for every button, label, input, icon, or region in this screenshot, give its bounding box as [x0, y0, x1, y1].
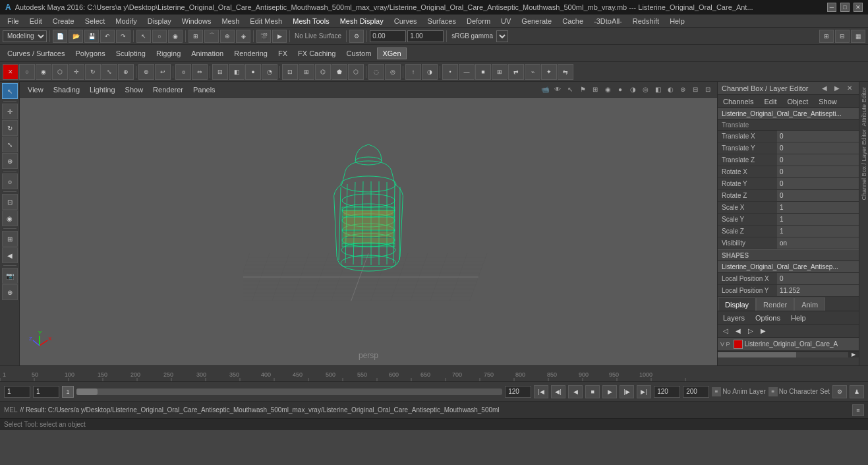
- channels-menu[interactable]: Channels: [720, 96, 756, 107]
- module-rigging[interactable]: Rigging: [152, 48, 185, 59]
- color-btn[interactable]: ◑: [422, 64, 438, 80]
- layer-icon-1[interactable]: ◁: [720, 326, 731, 336]
- vp-view-menu[interactable]: View: [24, 84, 47, 95]
- module-custom[interactable]: Custom: [342, 48, 376, 59]
- scale-y-value[interactable]: 1: [777, 214, 859, 225]
- universal-mode-button[interactable]: ⊕: [2, 153, 18, 169]
- display-tab[interactable]: Display: [718, 297, 756, 311]
- undo-button[interactable]: ↶: [100, 30, 115, 43]
- color-space-select[interactable]: ▼: [496, 30, 508, 42]
- vp-shading-menu[interactable]: Shading: [49, 84, 84, 95]
- menu-help[interactable]: Help: [665, 16, 689, 26]
- anim-tab[interactable]: Anim: [794, 297, 825, 311]
- vp-icon-select[interactable]: ↖: [565, 84, 575, 95]
- save-file-button[interactable]: 💾: [84, 30, 99, 43]
- rewind-button[interactable]: |◀: [534, 385, 548, 398]
- menu-curves[interactable]: Curves: [390, 16, 422, 26]
- poly-3[interactable]: ⌬: [315, 64, 331, 80]
- visibility-value[interactable]: on: [777, 237, 859, 249]
- prefs-button[interactable]: ⚙: [832, 385, 847, 398]
- view-button[interactable]: ▦: [851, 30, 865, 43]
- vp-icon-ao[interactable]: ◐: [665, 84, 676, 95]
- lasso-tool[interactable]: ◉: [36, 64, 51, 80]
- local-pos-y-value[interactable]: 11.252: [777, 285, 859, 296]
- translate-x-value[interactable]: 0: [777, 131, 859, 142]
- paint-select-l-button[interactable]: ◉: [2, 210, 18, 226]
- transfer-btn[interactable]: ⇄: [508, 64, 524, 80]
- object-menu[interactable]: Object: [784, 96, 811, 107]
- menu-deform[interactable]: Deform: [462, 16, 495, 26]
- translate-y-field[interactable]: [407, 30, 444, 42]
- poly-4[interactable]: ⬟: [332, 64, 347, 80]
- module-animation[interactable]: Animation: [187, 48, 228, 59]
- menu-create[interactable]: Create: [48, 16, 79, 26]
- axis-display-button[interactable]: ⊕: [2, 284, 18, 300]
- snap-grid-button[interactable]: ⊞: [188, 30, 203, 43]
- render-tab[interactable]: Render: [756, 297, 794, 311]
- rotate-mode-button[interactable]: ↻: [2, 120, 18, 136]
- minimize-button[interactable]: ─: [827, 3, 836, 12]
- universal-tool[interactable]: ⊕: [118, 64, 134, 80]
- grid-button[interactable]: ⊟: [835, 30, 850, 43]
- poly-5[interactable]: ⬡: [348, 64, 364, 80]
- move-mode-button[interactable]: ✛: [2, 104, 18, 119]
- vp-icon-grid[interactable]: ⊞: [590, 84, 600, 95]
- step-fwd-button[interactable]: |▶: [620, 385, 634, 398]
- menu-display[interactable]: Display: [143, 16, 176, 26]
- face-btn[interactable]: ■: [475, 64, 491, 80]
- last-tool[interactable]: ↩: [155, 64, 171, 80]
- material-btn[interactable]: ◔: [262, 64, 277, 80]
- snap-curve-button[interactable]: ⌒: [204, 30, 219, 43]
- isolate-btn[interactable]: ◎: [385, 64, 401, 80]
- paint-select-button[interactable]: ◉: [168, 30, 183, 43]
- translate-x-field[interactable]: [370, 30, 406, 42]
- stop-button[interactable]: ■: [585, 385, 600, 398]
- layer-item-name[interactable]: Listerine_Original_Oral_Care_A: [745, 340, 856, 348]
- open-file-button[interactable]: 📂: [69, 30, 83, 43]
- menu-edit-mesh[interactable]: Edit Mesh: [245, 16, 287, 26]
- menu-select[interactable]: Select: [80, 16, 110, 26]
- camera-view-button[interactable]: 📷: [2, 268, 18, 284]
- scale-tool[interactable]: ⤡: [101, 64, 117, 80]
- menu-uv[interactable]: UV: [496, 16, 515, 26]
- menu-cache[interactable]: Cache: [558, 16, 588, 26]
- smooth-btn[interactable]: ●: [245, 64, 261, 80]
- layers-menu[interactable]: Layers: [720, 313, 747, 323]
- snap-point-button[interactable]: ⊕: [220, 30, 235, 43]
- module-xgen[interactable]: XGen: [377, 47, 406, 59]
- symmetry[interactable]: ⇔: [192, 64, 208, 80]
- menu-redshift[interactable]: Redshift: [628, 16, 664, 26]
- workspace-select[interactable]: Modeling: [3, 30, 47, 42]
- select-mode-button[interactable]: ↖: [2, 83, 18, 99]
- move-tool[interactable]: ✛: [69, 64, 84, 80]
- maximize-button[interactable]: □: [840, 3, 850, 12]
- wireframe-btn[interactable]: ⊟: [212, 64, 228, 80]
- help-menu[interactable]: Help: [788, 313, 809, 323]
- start-frame-field[interactable]: [4, 386, 30, 398]
- local-pos-x-value[interactable]: 0: [777, 273, 859, 284]
- layer-color-swatch[interactable]: [734, 340, 743, 349]
- translate-y-value[interactable]: 0: [777, 142, 859, 154]
- rotate-y-value[interactable]: 0: [777, 178, 859, 189]
- layer-icon-2[interactable]: ◀: [733, 326, 743, 336]
- vp-icon-wire[interactable]: ◉: [602, 84, 613, 95]
- module-sculpting[interactable]: Sculpting: [111, 48, 150, 59]
- timeline[interactable]: 1 50 100 150 200 250 300 350 400: [0, 365, 868, 381]
- settings-button[interactable]: ⊞: [819, 30, 834, 43]
- layer-icon-3[interactable]: ▷: [745, 326, 756, 336]
- marquee-tool[interactable]: ○: [19, 64, 35, 80]
- scroll-right-button[interactable]: ▶: [848, 350, 859, 360]
- vp-show-menu[interactable]: Show: [121, 84, 148, 95]
- module-polygons[interactable]: Polygons: [71, 48, 109, 59]
- menu-mesh-display[interactable]: Mesh Display: [335, 16, 388, 26]
- flat-btn[interactable]: ◧: [229, 64, 245, 80]
- menu-file[interactable]: File: [3, 16, 24, 26]
- show-menu[interactable]: Show: [816, 96, 840, 107]
- layer-icon-4[interactable]: ▶: [758, 326, 768, 336]
- uvs-btn[interactable]: ⊞: [492, 64, 507, 80]
- ch-icon-right[interactable]: ▶: [832, 83, 842, 94]
- fast-fwd-button[interactable]: ▶|: [637, 385, 651, 398]
- menu-mesh-tools[interactable]: Mesh Tools: [288, 16, 333, 26]
- menu-3dto[interactable]: -3DtoAll-: [589, 16, 627, 26]
- options-menu[interactable]: Options: [753, 313, 783, 323]
